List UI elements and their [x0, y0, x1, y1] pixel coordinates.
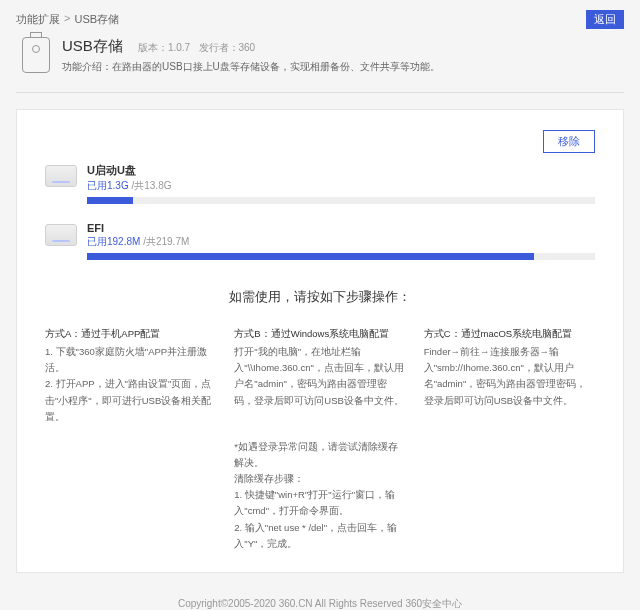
drive-name: EFI — [87, 222, 595, 234]
remove-button[interactable]: 移除 — [543, 130, 595, 153]
drive-row: U启动U盘已用1.3G /共13.8G — [45, 163, 595, 204]
drive-progress — [87, 253, 595, 260]
storage-card: 移除 U启动U盘已用1.3G /共13.8GEFI已用192.8M /共219.… — [16, 109, 624, 573]
drive-row: EFI已用192.8M /共219.7M — [45, 222, 595, 260]
back-button[interactable]: 返回 — [586, 10, 624, 29]
drive-icon — [45, 224, 77, 246]
drive-icon — [45, 165, 77, 187]
method-body: Finder→前往→连接服务器→输入"smb://Ihome.360.cn"，默… — [424, 344, 595, 409]
method-title: 方式C：通过macOS系统电脑配置 — [424, 326, 595, 342]
breadcrumb-parent[interactable]: 功能扩展 — [16, 12, 60, 27]
usb-device-icon — [22, 37, 50, 73]
method-title: 方式B：通过Windows系统电脑配置 — [234, 326, 405, 342]
extra-notes: *如遇登录异常问题，请尝试清除缓存解决。清除缓存步骤：1. 快捷键"win+R"… — [234, 439, 405, 552]
drive-usage: 已用192.8M /共219.7M — [87, 235, 595, 249]
divider — [16, 92, 624, 93]
footer-copyright: Copyright©2005-2020 360.CN All Rights Re… — [0, 589, 640, 610]
method-column: 方式B：通过Windows系统电脑配置打开"我的电脑"，在地址栏输入"\\Iho… — [234, 326, 405, 425]
method-body: 打开"我的电脑"，在地址栏输入"\\Ihome.360.cn"，点击回车，默认用… — [234, 344, 405, 409]
version-meta: 版本：1.0.7 发行者：360 — [138, 41, 255, 55]
breadcrumb-current: USB存储 — [74, 12, 119, 27]
breadcrumb-sep: > — [64, 12, 70, 27]
breadcrumb: 功能扩展 > USB存储 返回 — [16, 10, 624, 29]
method-column: 方式A：通过手机APP配置1. 下载"360家庭防火墙"APP并注册激活。2. … — [45, 326, 216, 425]
description: 功能介绍：在路由器的USB口接上U盘等存储设备，实现相册备份、文件共享等功能。 — [62, 60, 440, 74]
instructions-title: 如需使用，请按如下步骤操作： — [45, 288, 595, 306]
drive-usage: 已用1.3G /共13.8G — [87, 179, 595, 193]
drive-name: U启动U盘 — [87, 163, 595, 178]
method-column: 方式C：通过macOS系统电脑配置Finder→前往→连接服务器→输入"smb:… — [424, 326, 595, 425]
page-title: USB存储 — [62, 37, 123, 56]
method-body: 1. 下载"360家庭防火墙"APP并注册激活。2. 打开APP，进入"路由设置… — [45, 344, 216, 425]
method-title: 方式A：通过手机APP配置 — [45, 326, 216, 342]
drive-progress — [87, 197, 595, 204]
